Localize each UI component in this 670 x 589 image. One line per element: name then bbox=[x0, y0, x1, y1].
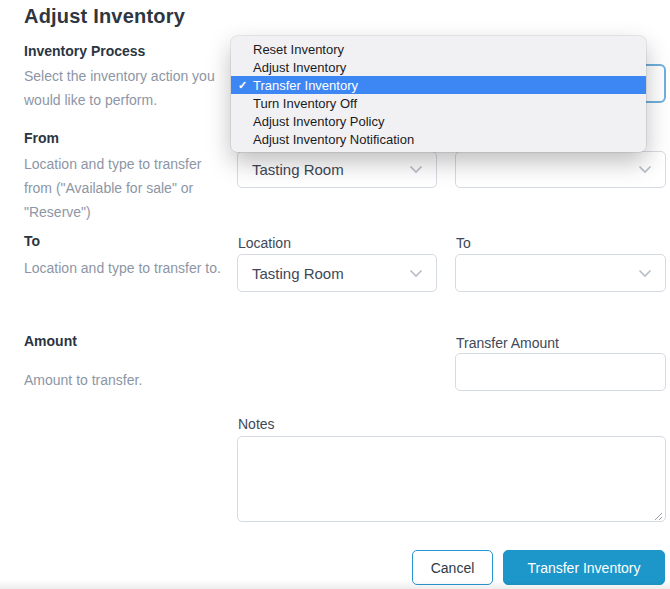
menu-item-label: Reset Inventory bbox=[253, 42, 344, 57]
from-section-label: From bbox=[24, 130, 59, 146]
to-type-select[interactable] bbox=[455, 254, 666, 292]
menu-item-label: Turn Inventory Off bbox=[253, 96, 357, 111]
to-section-label: To bbox=[24, 233, 40, 249]
menu-item-label: Adjust Inventory Notification bbox=[253, 132, 414, 147]
to-section-description: Location and type to transfer to. bbox=[24, 256, 232, 280]
page-title: Adjust Inventory bbox=[24, 5, 185, 28]
menu-item[interactable]: Adjust Inventory Policy bbox=[231, 112, 646, 130]
menu-item[interactable]: Adjust Inventory bbox=[231, 58, 646, 76]
notes-textarea[interactable] bbox=[237, 436, 666, 522]
transfer-amount-input[interactable] bbox=[455, 353, 666, 391]
amount-section-description: Amount to transfer. bbox=[24, 368, 232, 392]
menu-item[interactable]: Adjust Inventory Notification bbox=[231, 130, 646, 148]
menu-item[interactable]: Turn Inventory Off bbox=[231, 94, 646, 112]
adjust-inventory-form: Adjust Inventory Inventory Process Selec… bbox=[0, 0, 670, 589]
from-location-select[interactable]: Tasting Room bbox=[237, 151, 437, 188]
inventory-process-description: Select the inventory action you would li… bbox=[24, 64, 232, 112]
transfer-amount-label: Transfer Amount bbox=[456, 335, 559, 351]
resize-handle-icon[interactable] bbox=[653, 511, 663, 521]
chevron-down-icon bbox=[638, 269, 652, 278]
menu-item-label: Transfer Inventory bbox=[253, 78, 358, 93]
to-location-value: Tasting Room bbox=[252, 265, 344, 282]
menu-item[interactable]: ✓Transfer Inventory bbox=[231, 76, 646, 94]
menu-item[interactable]: Reset Inventory bbox=[231, 40, 646, 58]
from-location-value: Tasting Room bbox=[252, 161, 344, 178]
chevron-down-icon bbox=[638, 165, 652, 174]
inventory-process-menu: Reset InventoryAdjust Inventory✓Transfer… bbox=[231, 36, 646, 152]
check-icon: ✓ bbox=[238, 79, 253, 92]
to-location-select[interactable]: Tasting Room bbox=[237, 254, 437, 292]
chevron-down-icon bbox=[409, 269, 423, 278]
to-location-field-label: Location bbox=[238, 235, 291, 251]
transfer-inventory-button[interactable]: Transfer Inventory bbox=[503, 550, 665, 585]
chevron-down-icon bbox=[409, 165, 423, 174]
from-section-description: Location and type to transfer from ("Ava… bbox=[24, 152, 232, 224]
from-type-select[interactable] bbox=[455, 151, 666, 188]
menu-item-label: Adjust Inventory bbox=[253, 60, 346, 75]
notes-label: Notes bbox=[238, 416, 275, 432]
inventory-process-label: Inventory Process bbox=[24, 43, 145, 59]
amount-section-label: Amount bbox=[24, 333, 77, 349]
menu-item-label: Adjust Inventory Policy bbox=[253, 114, 385, 129]
to-type-field-label: To bbox=[456, 235, 471, 251]
cancel-button[interactable]: Cancel bbox=[412, 550, 493, 585]
